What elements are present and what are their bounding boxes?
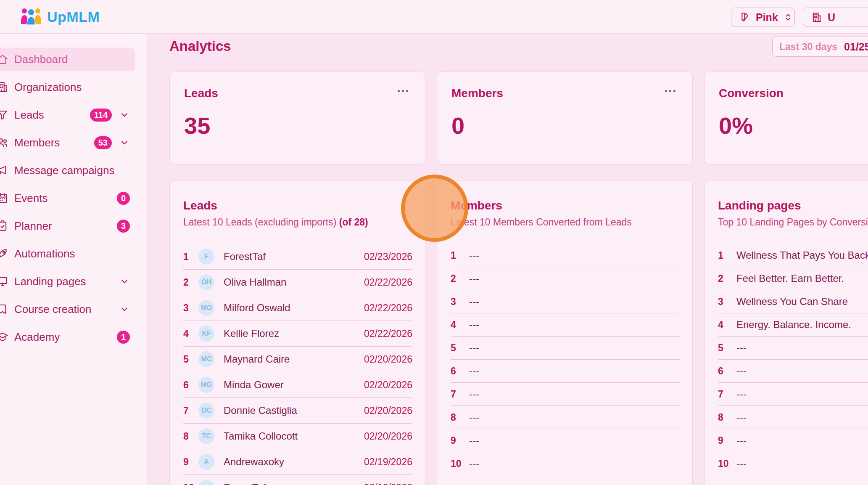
rank: 7 xyxy=(451,389,465,400)
sidebar-item-organizations[interactable]: Organizations xyxy=(0,75,148,99)
landing-page-row[interactable]: 7 --- xyxy=(718,383,868,406)
card-subtitle: Latest 10 Leads (excluding imports) (of … xyxy=(183,217,412,228)
member-row[interactable]: 9 --- xyxy=(451,429,680,452)
card-title: Leads xyxy=(183,199,412,212)
sidebar-item-planner[interactable]: Planner 3 xyxy=(0,214,148,238)
calendar-icon xyxy=(0,192,9,204)
lead-date: 02/20/2026 xyxy=(364,405,412,416)
chevron-down-icon[interactable] xyxy=(119,276,130,287)
rank: 9 xyxy=(451,435,465,446)
landing-page-row[interactable]: 10 --- xyxy=(718,452,868,475)
member-row[interactable]: 6 --- xyxy=(451,360,680,383)
lead-row[interactable]: 9 A Andrewaxoky 02/19/2026 xyxy=(183,449,412,475)
landing-page-row[interactable]: 4 Energy. Balance. Income. xyxy=(718,313,868,337)
sidebar-item-label: Leads xyxy=(14,109,44,122)
lists-row: Leads Latest 10 Leads (excluding imports… xyxy=(169,180,868,485)
stat-title: Members xyxy=(451,87,678,100)
lead-row[interactable]: 2 OH Oliva Hallman 02/22/2026 xyxy=(183,270,412,295)
stat-value: 35 xyxy=(184,112,411,139)
sidebar-item-label: Planner xyxy=(14,220,52,233)
count-badge: 1 xyxy=(117,331,130,344)
member-row[interactable]: 2 --- xyxy=(451,267,680,290)
organization-button[interactable]: U xyxy=(803,8,868,27)
lead-row[interactable]: 10 F ForestTaf 02/16/2026 xyxy=(183,475,412,485)
sidebar-item-automations[interactable]: Automations xyxy=(0,242,148,265)
stat-title: Leads xyxy=(184,87,411,100)
sidebar-item-message-campaigns[interactable]: Message campaigns xyxy=(0,159,148,182)
lead-row[interactable]: 8 TC Tamika Collocott 02/20/2026 xyxy=(183,424,412,449)
sidebar-item-academy[interactable]: Academy 1 xyxy=(0,325,148,349)
lead-name: Tamika Collocott xyxy=(224,430,364,442)
member-row[interactable]: 5 --- xyxy=(451,337,680,360)
chevron-down-icon[interactable] xyxy=(119,304,130,315)
rank: 5 xyxy=(183,354,198,365)
sidebar-item-events[interactable]: Events 0 xyxy=(0,186,148,210)
count-badge: 53 xyxy=(94,136,112,149)
member-row[interactable]: 3 --- xyxy=(451,290,680,313)
rank: 1 xyxy=(718,250,732,261)
rocket-icon xyxy=(0,247,9,260)
member-row[interactable]: 10 --- xyxy=(451,452,680,475)
rank: 1 xyxy=(451,250,465,261)
member-row[interactable]: 8 --- xyxy=(451,406,680,429)
lead-row[interactable]: 7 DC Donnie Castiglia 02/20/2026 xyxy=(183,398,412,424)
top-bar: UpMLM Pink U xyxy=(0,0,868,34)
count-badge: 0 xyxy=(117,192,130,205)
landing-page-title: --- xyxy=(736,411,868,423)
stat-title: Conversion xyxy=(719,87,868,100)
member-value: --- xyxy=(469,296,680,307)
landing-page-title: --- xyxy=(736,435,868,446)
stat-value: 0 xyxy=(451,112,678,139)
avatar: OH xyxy=(198,274,214,290)
sidebar-item-members[interactable]: Members 53 xyxy=(0,131,148,154)
rank: 4 xyxy=(183,328,198,339)
rank: 8 xyxy=(718,412,732,423)
landing-page-title: Feel Better. Earn Better. xyxy=(736,273,868,284)
lead-name: Maynard Caire xyxy=(224,353,364,365)
sidebar-item-label: Automations xyxy=(14,247,75,260)
chevron-down-icon[interactable] xyxy=(119,109,130,120)
member-row[interactable]: 1 --- xyxy=(451,244,680,267)
stat-card-conversion: Conversion 0% xyxy=(704,71,868,165)
lead-row[interactable]: 3 MO Milford Oswald 02/22/2026 xyxy=(183,295,412,321)
lead-row[interactable]: 6 MG Minda Gower 02/20/2026 xyxy=(183,372,412,398)
member-value: --- xyxy=(469,273,680,284)
theme-select-button[interactable]: Pink xyxy=(731,8,795,27)
clipboard-icon xyxy=(0,220,9,232)
sidebar-item-dashboard[interactable]: Dashboard xyxy=(0,48,135,71)
sidebar-item-course-creation[interactable]: Course creation xyxy=(0,297,148,321)
more-options-icon[interactable] xyxy=(665,90,675,92)
landing-page-row[interactable]: 8 --- xyxy=(718,406,868,429)
more-options-icon[interactable] xyxy=(398,90,408,92)
landing-page-row[interactable]: 5 --- xyxy=(718,337,868,360)
sidebar-item-label: Events xyxy=(14,192,48,205)
member-row[interactable]: 7 --- xyxy=(451,383,680,406)
member-row[interactable]: 4 --- xyxy=(451,313,680,337)
date-range-value: 01/25/20 xyxy=(844,41,868,53)
landing-page-title: --- xyxy=(736,458,868,470)
landing-page-row[interactable]: 3 Wellness You Can Share xyxy=(718,290,868,313)
rank: 10 xyxy=(718,458,732,469)
sidebar-item-leads[interactable]: Leads 114 xyxy=(0,103,148,127)
landing-page-row[interactable]: 1 Wellness That Pays You Back xyxy=(718,244,868,267)
avatar: TC xyxy=(198,428,214,444)
lead-name: Oliva Hallman xyxy=(224,276,364,288)
lead-date: 02/16/2026 xyxy=(364,482,412,485)
landing-page-row[interactable]: 2 Feel Better. Earn Better. xyxy=(718,267,868,290)
avatar: DC xyxy=(198,403,214,419)
lead-name: Minda Gower xyxy=(224,379,364,391)
date-range-picker[interactable]: Last 30 days 01/25/20 xyxy=(772,37,868,57)
sidebar-item-landing-pages[interactable]: Landing pages xyxy=(0,270,148,293)
chevron-down-icon[interactable] xyxy=(119,137,130,148)
members-list-card: Members Latest 10 Members Converted from… xyxy=(437,180,693,485)
lead-date: 02/22/2026 xyxy=(364,302,412,314)
landing-page-row[interactable]: 9 --- xyxy=(718,429,868,452)
landing-page-row[interactable]: 6 --- xyxy=(718,360,868,383)
megaphone-icon xyxy=(0,164,9,177)
lead-row[interactable]: 4 KF Kellie Florez 02/22/2026 xyxy=(183,321,412,347)
chevron-up-down-icon xyxy=(783,12,793,22)
lead-row[interactable]: 5 MC Maynard Caire 02/20/2026 xyxy=(183,347,412,372)
rank: 8 xyxy=(451,412,465,423)
lead-row[interactable]: 1 F ForestTaf 02/23/2026 xyxy=(183,244,412,270)
stat-value: 0% xyxy=(719,112,868,139)
